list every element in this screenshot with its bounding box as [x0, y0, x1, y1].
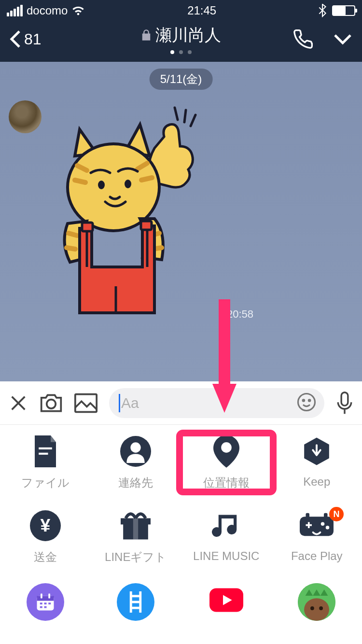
- svg-point-13: [298, 393, 315, 410]
- battery-icon: [332, 5, 355, 16]
- signal-icon: [7, 5, 23, 16]
- chevron-down-button[interactable]: [333, 33, 352, 45]
- svg-rect-10: [141, 221, 152, 230]
- attach-label: LINEギフト: [105, 549, 167, 565]
- sticker-message[interactable]: [53, 103, 217, 315]
- attach-ladder[interactable]: [91, 583, 181, 621]
- svg-line-2: [191, 115, 195, 126]
- svg-line-1: [184, 110, 186, 122]
- chevron-left-icon: [10, 29, 21, 49]
- svg-rect-41: [40, 606, 42, 608]
- svg-rect-37: [48, 594, 50, 599]
- faceplay-icon: [300, 509, 334, 543]
- svg-rect-29: [324, 513, 328, 519]
- youtube-icon: [209, 583, 243, 617]
- lock-icon: [141, 29, 152, 42]
- gift-icon: [119, 509, 153, 543]
- chat-title: 瀬川尚人: [155, 24, 221, 46]
- message-input[interactable]: Aa: [109, 388, 324, 418]
- attach-file[interactable]: ファイル: [0, 434, 91, 490]
- character-icon: [298, 583, 335, 621]
- back-count: 81: [24, 30, 42, 48]
- svg-rect-40: [48, 602, 51, 604]
- svg-rect-39: [44, 602, 46, 604]
- call-button[interactable]: [292, 28, 314, 50]
- svg-rect-28: [306, 513, 310, 519]
- attach-label: 位置情報: [203, 475, 250, 490]
- svg-rect-16: [341, 392, 348, 405]
- svg-rect-36: [41, 594, 42, 599]
- svg-point-32: [321, 522, 325, 526]
- attach-contact[interactable]: 連絡先: [91, 434, 181, 490]
- bluetooth-icon: [319, 4, 326, 17]
- keep-icon: [300, 434, 334, 468]
- music-icon: [209, 509, 243, 543]
- attach-label: Face Play: [291, 549, 343, 563]
- attachment-panel: ファイル 連絡先 位置情報 Keep ¥ 送金: [0, 425, 362, 621]
- close-attachments-button[interactable]: [9, 393, 28, 413]
- new-badge: N: [329, 507, 344, 521]
- back-button[interactable]: 81: [10, 29, 42, 49]
- svg-rect-38: [40, 602, 42, 604]
- attach-label: LINE MUSIC: [193, 549, 259, 563]
- attach-music[interactable]: LINE MUSIC: [181, 509, 272, 565]
- attach-label: 送金: [34, 549, 57, 565]
- attach-label: 連絡先: [118, 475, 153, 490]
- svg-text:¥: ¥: [40, 515, 50, 535]
- svg-point-50: [304, 598, 329, 621]
- chat-area[interactable]: 5/11(金): [0, 62, 362, 381]
- svg-point-51: [310, 606, 314, 610]
- voice-button[interactable]: [336, 392, 353, 415]
- yen-icon: ¥: [28, 509, 62, 543]
- svg-rect-9: [82, 223, 93, 231]
- emoji-button[interactable]: [296, 392, 317, 414]
- emoji-icon: [296, 392, 317, 412]
- svg-rect-17: [39, 448, 52, 449]
- camera-button[interactable]: [40, 393, 63, 413]
- svg-rect-18: [39, 453, 48, 455]
- input-placeholder: Aa: [121, 395, 139, 411]
- svg-point-21: [221, 442, 232, 453]
- svg-point-14: [303, 399, 305, 401]
- ladder-icon: [117, 583, 154, 621]
- location-icon: [209, 434, 243, 468]
- status-right: [319, 4, 355, 17]
- contact-icon: [119, 434, 153, 468]
- gallery-button[interactable]: [74, 393, 97, 413]
- svg-point-33: [326, 526, 330, 530]
- wifi-icon: [71, 4, 85, 17]
- attach-youtube[interactable]: [181, 583, 272, 621]
- svg-line-0: [175, 108, 178, 120]
- microphone-icon: [336, 392, 353, 415]
- carrier-label: docomo: [27, 4, 68, 17]
- svg-point-4: [98, 181, 105, 189]
- attach-keep[interactable]: Keep: [272, 434, 362, 490]
- gallery-icon: [74, 393, 97, 413]
- attach-character[interactable]: [272, 583, 362, 621]
- message-timestamp: 20:58: [227, 308, 253, 321]
- attach-transfer[interactable]: ¥ 送金: [0, 509, 91, 565]
- attach-label: ファイル: [21, 475, 70, 490]
- svg-point-11: [47, 399, 56, 408]
- attach-location[interactable]: 位置情報: [181, 434, 272, 490]
- status-left: docomo: [7, 4, 85, 17]
- avatar[interactable]: [9, 100, 42, 133]
- file-icon: [28, 434, 62, 468]
- close-icon: [9, 393, 28, 413]
- input-bar: Aa: [0, 381, 362, 425]
- chat-header: 81 瀬川尚人: [0, 21, 362, 62]
- status-bar: docomo 21:45: [0, 0, 362, 21]
- chat-title-area[interactable]: 瀬川尚人: [141, 24, 221, 54]
- svg-rect-42: [44, 606, 46, 608]
- text-cursor: [119, 394, 120, 412]
- attach-schedule[interactable]: [0, 583, 91, 621]
- attach-label: Keep: [303, 475, 330, 489]
- svg-rect-35: [37, 596, 54, 601]
- attach-gift[interactable]: LINEギフト: [91, 509, 181, 565]
- date-badge: 5/11(金): [150, 69, 213, 90]
- svg-rect-26: [133, 518, 138, 540]
- svg-point-15: [308, 399, 310, 401]
- page-dots: [141, 50, 221, 54]
- calendar-icon: [27, 583, 64, 621]
- attach-faceplay[interactable]: N Face Play: [272, 509, 362, 565]
